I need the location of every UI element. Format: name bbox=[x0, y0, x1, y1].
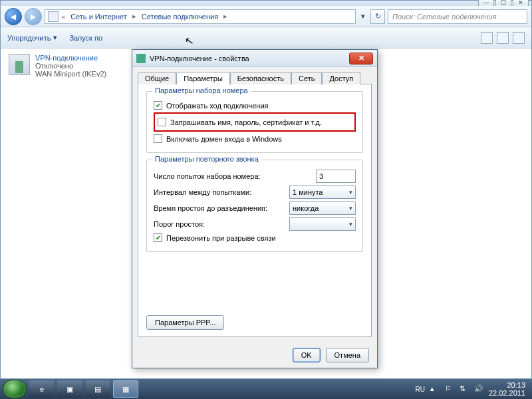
help-icon[interactable] bbox=[513, 32, 525, 44]
address-bar: ◄ ► « Сеть и Интернет ▸ Сетевые подключе… bbox=[1, 6, 531, 27]
media-taskbar-icon[interactable]: ▣ bbox=[57, 380, 82, 398]
tab-network[interactable]: Сеть bbox=[291, 72, 322, 84]
highlight-box: Запрашивать имя, пароль, сертификат и т.… bbox=[154, 112, 356, 132]
threshold-combo[interactable]: ▾ bbox=[289, 217, 356, 231]
dialog-titlebar[interactable]: VPN-подключение - свойства ✕ bbox=[132, 50, 377, 67]
close-icon[interactable]: ✕ bbox=[349, 53, 373, 65]
refresh-button[interactable]: ↻ bbox=[370, 9, 385, 24]
redial-options-group: Параметры повторного звонка Число попыто… bbox=[146, 160, 363, 252]
prompt-credentials-checkbox[interactable]: Запрашивать имя, пароль, сертификат и т.… bbox=[158, 118, 352, 126]
connection-status: Отключено bbox=[35, 62, 106, 70]
connection-text: VPN-подключение Отключено WAN Miniport (… bbox=[35, 54, 106, 78]
window-controls: — ☐ ✕ bbox=[1, 1, 531, 6]
start-button[interactable] bbox=[3, 380, 27, 398]
checkbox-icon bbox=[158, 118, 166, 126]
connection-type: WAN Miniport (IKEv2) bbox=[35, 70, 106, 78]
breadcrumb[interactable]: « Сеть и Интернет ▸ Сетевые подключения … bbox=[45, 9, 356, 24]
organize-menu[interactable]: Упорядочить ▾ bbox=[7, 33, 57, 42]
redial-attempts-label: Число попыток набора номера: bbox=[154, 172, 261, 180]
chevron-down-icon: ▾ bbox=[349, 205, 352, 211]
taskbar: e ▣ ▤ ▦ RU ▴ ⚐ ⇅ 🔊 20:13 22.02.2011 bbox=[0, 379, 532, 399]
command-bar: Упорядочить ▾ Запуск по bbox=[1, 27, 531, 49]
redial-on-drop-checkbox[interactable]: ✔ Перезвонить при разрыве связи bbox=[154, 233, 356, 242]
ie-taskbar-icon[interactable]: e bbox=[29, 380, 55, 398]
dialog-buttons: OK Отмена bbox=[132, 342, 377, 368]
properties-dialog: VPN-подключение - свойства ✕ Общие Парам… bbox=[132, 49, 378, 368]
view-icon[interactable] bbox=[481, 32, 493, 44]
explorer-taskbar-icon[interactable]: ▤ bbox=[85, 380, 110, 398]
control-panel-taskbar-icon[interactable]: ▦ bbox=[113, 380, 138, 398]
system-tray: RU ▴ ⚐ ⇅ 🔊 20:13 22.02.2011 bbox=[415, 381, 529, 397]
tab-panel: Параметры набора номера ✔ Отображать ход… bbox=[138, 84, 372, 337]
connection-name: VPN-подключение bbox=[35, 54, 106, 62]
dialog-icon bbox=[136, 54, 146, 63]
date-text: 22.02.2011 bbox=[489, 389, 525, 397]
show-progress-checkbox[interactable]: ✔ Отображать ход подключения bbox=[154, 101, 356, 110]
tab-strip: Общие Параметры Безопасность Сеть Доступ bbox=[132, 67, 377, 84]
chevron-right-icon: ▸ bbox=[223, 12, 227, 21]
search-input[interactable]: Поиск: Сетевые подключения bbox=[388, 9, 527, 24]
chevron-down-icon: ▾ bbox=[349, 189, 352, 196]
cancel-button[interactable]: Отмена bbox=[326, 348, 369, 362]
group-legend: Параметры повторного звонка bbox=[152, 155, 261, 163]
chevron-right-icon: ▸ bbox=[132, 12, 136, 21]
idle-combo[interactable]: никогда▾ bbox=[289, 201, 356, 215]
view-options bbox=[481, 32, 525, 44]
network-icon[interactable]: ⇅ bbox=[460, 384, 469, 394]
tab-parameters[interactable]: Параметры bbox=[176, 72, 230, 84]
breadcrumb-level2[interactable]: Сетевые подключения bbox=[139, 13, 221, 21]
ok-button[interactable]: OK bbox=[293, 348, 321, 362]
volume-icon[interactable]: 🔊 bbox=[474, 384, 483, 394]
view-icon[interactable] bbox=[497, 32, 509, 44]
connection-icon bbox=[9, 54, 30, 75]
checkbox-label: Включать домен входа в Windows bbox=[166, 135, 282, 143]
chevron-down-icon: ▾ bbox=[53, 33, 57, 42]
forward-button[interactable]: ► bbox=[25, 8, 42, 25]
tab-security[interactable]: Безопасность bbox=[230, 72, 291, 84]
checkbox-icon: ✔ bbox=[154, 101, 162, 110]
breadcrumb-level1[interactable]: Сеть и Интернет bbox=[68, 13, 130, 21]
group-legend: Параметры набора номера bbox=[152, 86, 251, 94]
chevron-icon: « bbox=[61, 13, 65, 21]
time-text: 20:13 bbox=[489, 381, 525, 389]
tab-access[interactable]: Доступ bbox=[322, 72, 360, 84]
tray-show-hidden-icon[interactable]: ▴ bbox=[430, 384, 440, 394]
location-icon bbox=[48, 11, 59, 22]
dropdown-icon[interactable]: ▾ bbox=[358, 12, 368, 21]
tab-general[interactable]: Общие bbox=[138, 72, 176, 84]
dial-options-group: Параметры набора номера ✔ Отображать ход… bbox=[146, 91, 363, 153]
clock[interactable]: 20:13 22.02.2011 bbox=[489, 381, 525, 397]
interval-combo[interactable]: 1 минута▾ bbox=[289, 186, 356, 199]
idle-label: Время простоя до разъединения: bbox=[154, 204, 267, 212]
redial-attempts-input[interactable]: 3 bbox=[316, 170, 356, 183]
interval-label: Интервал между попытками: bbox=[154, 188, 251, 196]
connection-item[interactable]: VPN-подключение Отключено WAN Miniport (… bbox=[9, 54, 142, 78]
start-connection-button[interactable]: Запуск по bbox=[69, 34, 102, 42]
dialog-title: VPN-подключение - свойства bbox=[150, 55, 249, 63]
checkbox-icon bbox=[154, 134, 162, 143]
checkbox-label: Отображать ход подключения bbox=[166, 102, 269, 110]
back-button[interactable]: ◄ bbox=[5, 8, 22, 25]
checkbox-label: Запрашивать имя, пароль, сертификат и т.… bbox=[170, 118, 322, 126]
flag-icon[interactable]: ⚐ bbox=[445, 384, 454, 394]
include-domain-checkbox[interactable]: Включать домен входа в Windows bbox=[154, 134, 356, 143]
language-indicator[interactable]: RU bbox=[415, 386, 424, 393]
chevron-down-icon: ▾ bbox=[349, 221, 352, 227]
checkbox-icon: ✔ bbox=[154, 233, 162, 242]
ppp-settings-button[interactable]: Параметры PPP... bbox=[146, 315, 224, 330]
threshold-label: Порог простоя: bbox=[154, 220, 205, 228]
checkbox-label: Перезвонить при разрыве связи bbox=[166, 234, 276, 242]
